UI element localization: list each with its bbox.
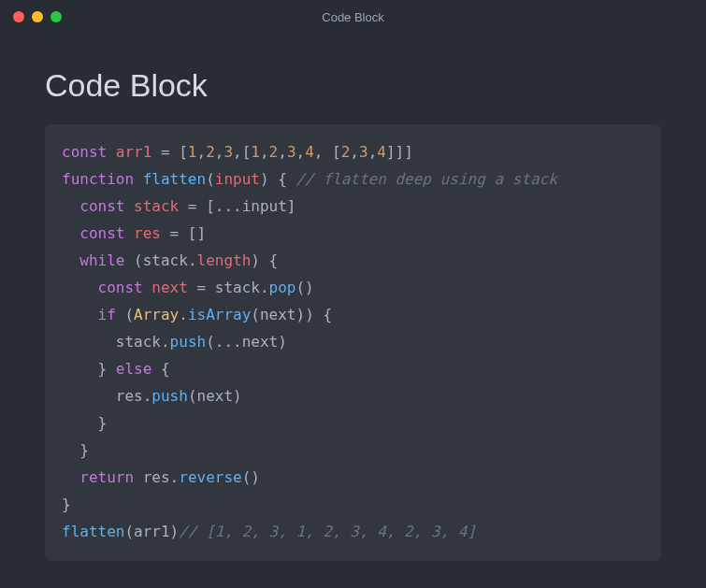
window-title: Code Block xyxy=(322,10,383,24)
code-token: return xyxy=(79,468,142,486)
code-token: isArray xyxy=(188,306,251,323)
code-token: function xyxy=(62,170,143,188)
code-token: ) { xyxy=(251,251,278,269)
code-token: length xyxy=(197,251,252,269)
window-controls xyxy=(13,11,62,22)
code-token: input xyxy=(242,197,287,215)
code-token: ) { xyxy=(260,170,296,188)
code-token: 2 xyxy=(341,143,351,161)
code-token: stack xyxy=(134,197,179,215)
page-title: Code Block xyxy=(45,67,661,104)
code-token xyxy=(62,387,116,405)
page-content: Code Block const arr1 = [1,2,3,[1,2,3,4,… xyxy=(0,34,706,580)
code-block[interactable]: const arr1 = [1,2,3,[1,2,3,4, [2,3,4]]] … xyxy=(45,124,661,561)
code-token: 4 xyxy=(305,143,314,161)
code-token: , xyxy=(215,143,224,161)
code-token: = xyxy=(188,279,215,296)
code-token: 1 xyxy=(188,143,197,161)
code-token: next xyxy=(260,306,296,323)
code-token: // flatten deep using a stack xyxy=(295,170,556,188)
code-token: else xyxy=(116,360,152,378)
code-token: ( xyxy=(188,387,197,405)
minimize-icon[interactable] xyxy=(32,11,43,22)
maximize-icon[interactable] xyxy=(50,11,62,22)
code-token: = [] xyxy=(161,224,206,242)
code-token: ] xyxy=(287,197,296,215)
code-token: )) { xyxy=(296,306,333,323)
code-token: 2 xyxy=(206,143,215,161)
code-token: ) xyxy=(278,333,287,351)
code-token: stack xyxy=(143,251,188,269)
code-token: . xyxy=(161,333,170,351)
code-token: 2 xyxy=(269,143,279,161)
code-token: ( xyxy=(124,523,134,540)
close-icon[interactable] xyxy=(13,11,24,22)
code-token: , xyxy=(260,143,269,161)
code-token: , [ xyxy=(314,143,341,161)
code-token: input xyxy=(215,170,260,188)
code-token: , xyxy=(278,143,287,161)
code-token: } xyxy=(62,414,107,432)
code-token xyxy=(62,333,116,351)
code-token: 3 xyxy=(287,143,296,161)
code-token: stack xyxy=(116,333,161,351)
code-token: push xyxy=(170,333,207,351)
code-token: if xyxy=(98,306,125,323)
code-token: . xyxy=(179,306,188,323)
code-token: ,[ xyxy=(233,143,251,161)
code-token: ) xyxy=(233,387,242,405)
code-token: . xyxy=(143,387,152,405)
code-token: const xyxy=(79,224,134,242)
code-token xyxy=(62,251,79,269)
code-token: 3 xyxy=(223,143,233,161)
code-token: const xyxy=(98,279,152,296)
code-token: res xyxy=(143,468,170,486)
code-token: . xyxy=(188,251,197,269)
code-token: const xyxy=(62,143,116,161)
code-token: ( xyxy=(206,170,215,188)
code-token xyxy=(62,306,98,323)
code-token: ]]] xyxy=(386,143,413,161)
code-content: const arr1 = [1,2,3,[1,2,3,4, [2,3,4]]] … xyxy=(62,143,557,540)
code-token: ( xyxy=(124,306,134,323)
code-token: = [ xyxy=(151,143,188,161)
code-token: 3 xyxy=(359,143,368,161)
code-token: . xyxy=(170,468,180,486)
code-token: () xyxy=(295,279,313,296)
code-token xyxy=(62,197,79,215)
code-token: , xyxy=(296,143,306,161)
code-token: stack xyxy=(215,279,260,296)
code-token: = [... xyxy=(179,197,241,215)
code-token: res xyxy=(116,387,143,405)
code-token: } xyxy=(62,495,71,513)
code-token: arr1 xyxy=(134,523,170,540)
code-token: flatten xyxy=(62,523,124,540)
code-token: { xyxy=(151,360,169,378)
code-token: 1 xyxy=(251,143,260,161)
code-token: Array xyxy=(134,306,179,323)
code-token: next xyxy=(242,333,279,351)
code-token: () xyxy=(242,468,260,486)
code-token: ( xyxy=(251,306,260,323)
code-token: ) xyxy=(170,523,180,540)
code-token: // [1, 2, 3, 1, 2, 3, 4, 2, 3, 4] xyxy=(179,523,476,540)
code-token: arr1 xyxy=(116,143,152,161)
code-token xyxy=(62,224,79,242)
code-token: reverse xyxy=(179,468,241,486)
code-token: . xyxy=(260,279,269,296)
code-token xyxy=(62,468,79,486)
code-token: next xyxy=(151,279,188,296)
code-token: 4 xyxy=(377,143,386,161)
code-token: while xyxy=(79,251,134,269)
code-token: push xyxy=(151,387,188,405)
code-token: } xyxy=(62,360,116,378)
code-token: , xyxy=(197,143,207,161)
window-titlebar: Code Block xyxy=(0,0,706,34)
code-token: pop xyxy=(269,279,296,296)
code-token: ( xyxy=(134,251,143,269)
code-token xyxy=(62,279,98,296)
code-token: , xyxy=(350,143,359,161)
code-token: } xyxy=(62,441,89,459)
code-token: (... xyxy=(206,333,242,351)
code-token: const xyxy=(79,197,134,215)
